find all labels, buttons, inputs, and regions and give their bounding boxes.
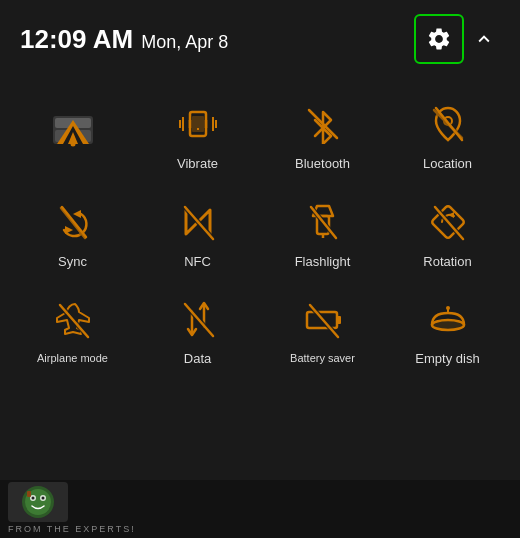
nfc-label: NFC [184, 254, 211, 270]
rotation-icon [428, 202, 468, 242]
location-icon-container [422, 98, 474, 150]
wifi-icon-container [47, 106, 99, 158]
vibrate-icon-container [172, 98, 224, 150]
wifi-icon [53, 112, 93, 152]
logo-image [13, 483, 63, 521]
airplane-icon-container [47, 294, 99, 346]
svg-point-45 [432, 320, 464, 330]
tile-rotation[interactable]: Rotation [385, 182, 510, 280]
svg-line-43 [310, 305, 338, 337]
bluetooth-icon-container [297, 98, 349, 150]
data-label: Data [184, 351, 211, 367]
tile-nfc[interactable]: NFC [135, 182, 260, 280]
watermark-text: FROM THE EXPERTS! [8, 524, 136, 534]
watermark: FROM THE EXPERTS! [0, 480, 520, 538]
quick-settings-grid: Vibrate Bluetooth [0, 74, 520, 377]
tile-sync[interactable]: Sync [10, 182, 135, 280]
location-label: Location [423, 156, 472, 172]
airplane-label: Airplane mode [37, 352, 108, 365]
battery-icon-container [297, 294, 349, 346]
flashlight-icon-container [297, 196, 349, 248]
tile-vibrate[interactable]: Vibrate [135, 84, 260, 182]
time-date: 12:09 AM Mon, Apr 8 [20, 24, 228, 55]
dish-icon-container [422, 293, 474, 345]
clock: 12:09 AM [20, 24, 133, 55]
svg-point-53 [42, 497, 45, 500]
empty-dish-label: Empty dish [415, 351, 479, 367]
svg-point-52 [32, 497, 35, 500]
nfc-icon [178, 202, 218, 242]
data-icon-container [172, 293, 224, 345]
flashlight-label: Flashlight [295, 254, 351, 270]
sync-label: Sync [58, 254, 87, 270]
tile-bluetooth[interactable]: Bluetooth [260, 84, 385, 182]
battery-saver-label: Battery saver [290, 352, 355, 365]
sync-icon [53, 202, 93, 242]
vibrate-icon [178, 104, 218, 144]
flashlight-icon [303, 202, 343, 242]
svg-rect-41 [337, 316, 341, 324]
bluetooth-label: Bluetooth [295, 156, 350, 172]
nfc-icon-container [172, 196, 224, 248]
data-icon [178, 299, 218, 339]
svg-line-24 [61, 208, 85, 238]
collapse-button[interactable] [468, 14, 500, 64]
vibrate-label: Vibrate [177, 156, 218, 172]
rotation-icon-container [422, 196, 474, 248]
sync-icon-container [47, 196, 99, 248]
tile-data[interactable]: Data [135, 279, 260, 377]
svg-line-35 [435, 207, 463, 239]
svg-rect-54 [27, 491, 31, 497]
tile-wifi[interactable] [10, 84, 135, 182]
status-bar: 12:09 AM Mon, Apr 8 [0, 0, 520, 74]
tile-airplane[interactable]: Airplane mode [10, 279, 135, 377]
location-icon [428, 104, 468, 144]
date: Mon, Apr 8 [141, 32, 228, 53]
bluetooth-icon [303, 104, 343, 144]
airplane-icon [53, 300, 93, 340]
tile-location[interactable]: Location [385, 84, 510, 182]
rotation-label: Rotation [423, 254, 471, 270]
tile-battery-saver[interactable]: Battery saver [260, 279, 385, 377]
tile-empty-dish[interactable]: Empty dish [385, 279, 510, 377]
gear-icon [426, 26, 452, 52]
battery-saver-icon [303, 300, 343, 340]
watermark-logo [8, 482, 68, 522]
svg-point-6 [70, 141, 75, 146]
dish-icon [428, 299, 468, 339]
tile-flashlight[interactable]: Flashlight [260, 182, 385, 280]
svg-point-47 [446, 306, 450, 310]
header-actions [414, 14, 500, 64]
chevron-up-icon [473, 28, 495, 50]
settings-button[interactable] [414, 14, 464, 64]
